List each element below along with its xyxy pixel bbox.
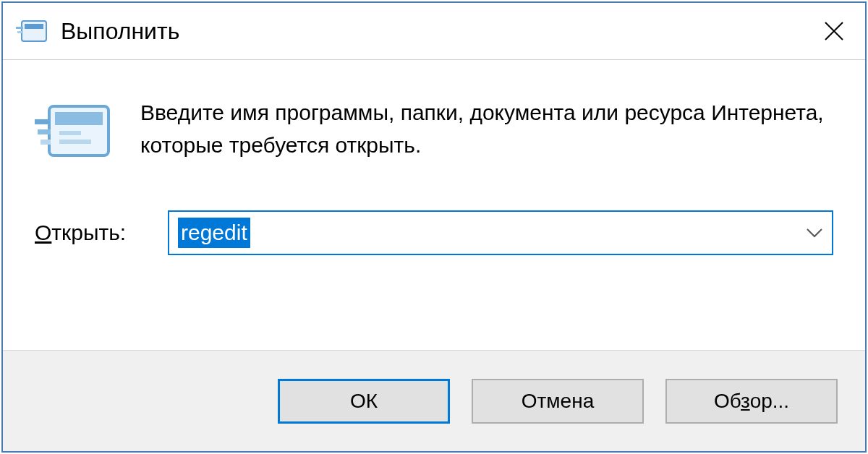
description-row: Введите имя программы, папки, документа … [35, 95, 833, 164]
svg-rect-11 [38, 129, 51, 134]
browse-button[interactable]: Обзор... [665, 379, 838, 424]
svg-rect-7 [55, 112, 103, 125]
description-text: Введите имя программы, папки, документа … [140, 95, 833, 161]
titlebar: Выполнить [3, 3, 865, 59]
window-title: Выполнить [61, 18, 816, 45]
cancel-button[interactable]: Отмена [472, 379, 644, 424]
ok-button-label: ОК [350, 390, 378, 413]
input-row: Открыть: regedit [35, 210, 833, 255]
svg-rect-9 [59, 140, 91, 144]
open-label: Открыть: [35, 220, 143, 245]
ok-button[interactable]: ОК [278, 379, 450, 424]
browse-button-label: Обзор... [714, 390, 789, 413]
button-footer: ОК Отмена Обзор... [3, 350, 865, 451]
run-dialog: Выполнить Введите имя прогр [1, 1, 867, 453]
open-label-accelerator: О [35, 220, 51, 244]
svg-rect-10 [35, 119, 51, 124]
svg-rect-2 [16, 27, 23, 29]
chevron-down-icon [806, 228, 823, 238]
open-input[interactable] [168, 210, 833, 255]
open-label-text: ткрыть: [51, 220, 126, 244]
open-combobox[interactable]: regedit [168, 210, 833, 255]
close-button[interactable] [816, 13, 852, 49]
close-icon [824, 21, 844, 41]
run-icon-large [35, 99, 113, 164]
content-area: Введите имя программы, папки, документа … [3, 60, 865, 350]
combobox-dropdown-button[interactable] [806, 228, 823, 238]
svg-rect-8 [59, 131, 81, 135]
svg-rect-3 [17, 31, 23, 33]
cancel-button-label: Отмена [522, 390, 594, 413]
run-icon-small [16, 18, 48, 44]
svg-rect-1 [25, 24, 43, 29]
svg-rect-12 [41, 140, 51, 145]
